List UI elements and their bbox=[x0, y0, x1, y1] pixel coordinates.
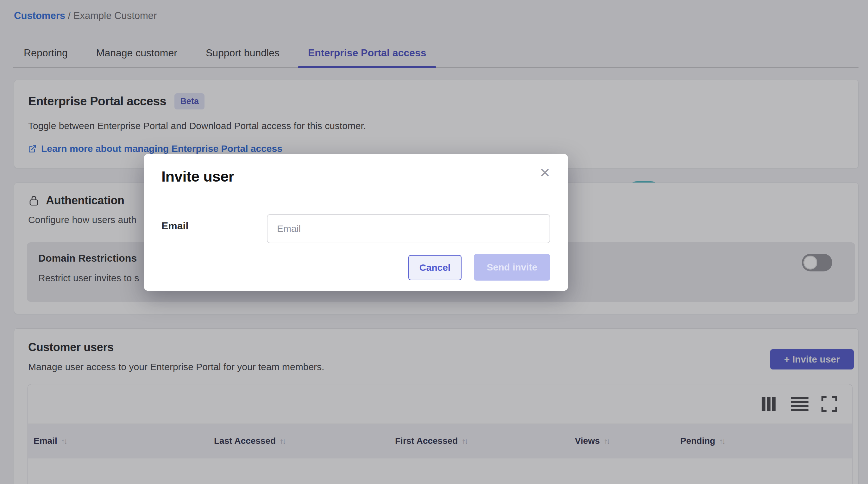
modal-title: Invite user bbox=[161, 168, 234, 185]
email-field[interactable] bbox=[267, 214, 550, 243]
email-label: Email bbox=[161, 220, 188, 232]
cancel-button[interactable]: Cancel bbox=[408, 255, 462, 280]
send-invite-button[interactable]: Send invite bbox=[474, 254, 550, 281]
page: Customers / Example Customer Reporting M… bbox=[0, 0, 868, 484]
invite-user-modal: Invite user ✕ Email Cancel Send invite bbox=[144, 154, 568, 291]
close-icon[interactable]: ✕ bbox=[539, 166, 551, 180]
